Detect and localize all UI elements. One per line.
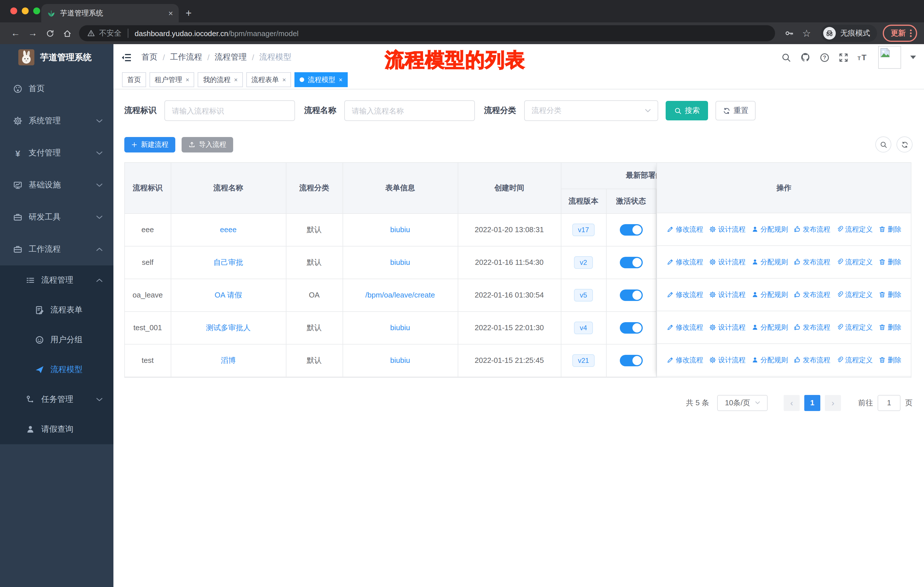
modify-process-link[interactable]: 修改流程 [667, 322, 703, 332]
tag-process-model-active[interactable]: 流程模型× [295, 72, 348, 87]
tag-tenant[interactable]: 租户管理× [150, 72, 195, 87]
version-badge[interactable]: v2 [574, 256, 592, 269]
font-size-icon[interactable]: TT [858, 53, 869, 62]
tag-home[interactable]: 首页 [122, 72, 146, 87]
minimize-window-button[interactable] [22, 7, 29, 14]
caret-down-icon[interactable] [910, 56, 916, 59]
sidebar-item-devtools[interactable]: 研发工具 [0, 201, 114, 233]
maximize-window-button[interactable] [33, 7, 40, 14]
filter-name-input[interactable] [344, 100, 475, 121]
filter-category-select[interactable]: 流程分类 [524, 100, 658, 121]
form-info-link[interactable]: biubiu [390, 323, 410, 332]
forward-icon[interactable]: → [24, 28, 41, 38]
sidebar-item-home[interactable]: 首页 [0, 73, 114, 105]
publish-process-link[interactable]: 发布流程 [794, 322, 830, 332]
delete-link[interactable]: 删除 [878, 225, 901, 234]
modify-process-link[interactable]: 修改流程 [667, 290, 703, 299]
fullscreen-icon[interactable] [839, 53, 848, 62]
process-definition-link[interactable]: 流程定义 [836, 225, 873, 234]
active-toggle[interactable] [620, 289, 642, 301]
assign-rule-link[interactable]: 分配规则 [751, 290, 788, 299]
close-icon[interactable]: × [282, 76, 286, 83]
search-toggle-button[interactable] [875, 136, 891, 152]
reset-button[interactable]: 重置 [716, 101, 756, 121]
active-toggle[interactable] [620, 224, 642, 235]
version-badge[interactable]: v4 [574, 321, 592, 334]
goto-page-input[interactable] [878, 395, 901, 411]
form-info-link[interactable]: biubiu [390, 258, 410, 266]
close-icon[interactable]: × [234, 76, 238, 83]
key-icon[interactable] [781, 29, 798, 38]
back-icon[interactable]: ← [7, 28, 24, 38]
not-secure-warning[interactable]: 不安全 [87, 28, 121, 38]
publish-process-link[interactable]: 发布流程 [794, 290, 830, 299]
assign-rule-link[interactable]: 分配规则 [751, 322, 788, 332]
tag-my-process[interactable]: 我的流程× [198, 72, 243, 87]
sidebar-item-process-form[interactable]: 流程表单 [0, 295, 114, 325]
active-toggle[interactable] [620, 256, 642, 268]
close-window-button[interactable] [10, 7, 17, 14]
version-badge[interactable]: v17 [572, 223, 595, 236]
tab-close-icon[interactable]: × [168, 9, 173, 17]
form-info-link[interactable]: /bpm/oa/leave/create [365, 291, 435, 299]
publish-process-link[interactable]: 发布流程 [794, 225, 830, 234]
modify-process-link[interactable]: 修改流程 [667, 355, 703, 365]
sidebar-collapse-icon[interactable] [121, 53, 131, 62]
active-toggle[interactable] [620, 322, 642, 333]
filter-id-input[interactable] [164, 100, 295, 121]
sidebar-item-task-mgmt[interactable]: 任务管理 [0, 385, 114, 415]
search-button[interactable]: 搜索 [666, 101, 708, 121]
assign-rule-link[interactable]: 分配规则 [751, 225, 788, 234]
next-page-button[interactable]: › [825, 395, 841, 411]
sidebar-item-payment[interactable]: ¥ 支付管理 [0, 137, 114, 169]
new-tab-button[interactable]: + [186, 8, 191, 18]
active-toggle[interactable] [620, 355, 642, 366]
close-icon[interactable]: × [186, 76, 189, 83]
browser-tab[interactable]: 芋道管理系统 × [41, 4, 179, 22]
design-process-link[interactable]: 设计流程 [709, 322, 746, 332]
design-process-link[interactable]: 设计流程 [709, 290, 746, 299]
breadcrumb-home[interactable]: 首页 [142, 52, 158, 63]
breadcrumb-process-mgmt[interactable]: 流程管理 [215, 52, 247, 63]
design-process-link[interactable]: 设计流程 [709, 355, 746, 365]
process-definition-link[interactable]: 流程定义 [836, 257, 873, 267]
sidebar-item-system[interactable]: 系统管理 [0, 105, 114, 137]
modify-process-link[interactable]: 修改流程 [667, 225, 703, 234]
update-button[interactable]: 更新 [883, 25, 917, 42]
tag-process-form[interactable]: 流程表单× [246, 72, 291, 87]
process-name-link[interactable]: eeee [220, 225, 237, 234]
home-icon[interactable] [58, 29, 76, 38]
publish-process-link[interactable]: 发布流程 [794, 355, 830, 365]
delete-link[interactable]: 删除 [878, 257, 901, 267]
assign-rule-link[interactable]: 分配规则 [751, 257, 788, 267]
delete-link[interactable]: 删除 [878, 355, 901, 365]
process-definition-link[interactable]: 流程定义 [836, 322, 873, 332]
publish-process-link[interactable]: 发布流程 [794, 257, 830, 267]
process-definition-link[interactable]: 流程定义 [836, 355, 873, 365]
version-badge[interactable]: v5 [574, 289, 592, 301]
process-name-link[interactable]: 测试多审批人 [206, 323, 251, 332]
prev-page-button[interactable]: ‹ [784, 395, 800, 411]
user-avatar[interactable] [878, 46, 901, 69]
menu-dots-icon[interactable] [910, 29, 912, 38]
app-logo[interactable]: 芋道管理系统 [0, 44, 114, 71]
sidebar-item-leave-query[interactable]: 请假查询 [0, 415, 114, 444]
assign-rule-link[interactable]: 分配规则 [751, 355, 788, 365]
import-process-button[interactable]: 导入流程 [182, 137, 233, 152]
bookmark-star-icon[interactable]: ☆ [798, 27, 815, 39]
delete-link[interactable]: 删除 [878, 290, 901, 299]
github-icon[interactable] [800, 52, 810, 63]
delete-link[interactable]: 删除 [878, 322, 901, 332]
form-info-link[interactable]: biubiu [390, 356, 410, 365]
address-bar[interactable]: 不安全 dashboard.yudao.iocoder.cn /bpm/mana… [79, 25, 775, 41]
reload-icon[interactable] [41, 29, 58, 38]
process-name-link[interactable]: OA 请假 [214, 290, 242, 299]
sidebar-item-process-model[interactable]: 流程模型 [0, 355, 114, 385]
process-name-link[interactable]: 自己审批 [213, 258, 243, 266]
design-process-link[interactable]: 设计流程 [709, 257, 746, 267]
breadcrumb-workflow[interactable]: 工作流程 [170, 52, 202, 63]
process-name-link[interactable]: 滔博 [221, 356, 236, 364]
form-info-link[interactable]: biubiu [390, 225, 410, 234]
create-process-button[interactable]: 新建流程 [124, 137, 175, 152]
close-icon[interactable]: × [339, 76, 343, 83]
